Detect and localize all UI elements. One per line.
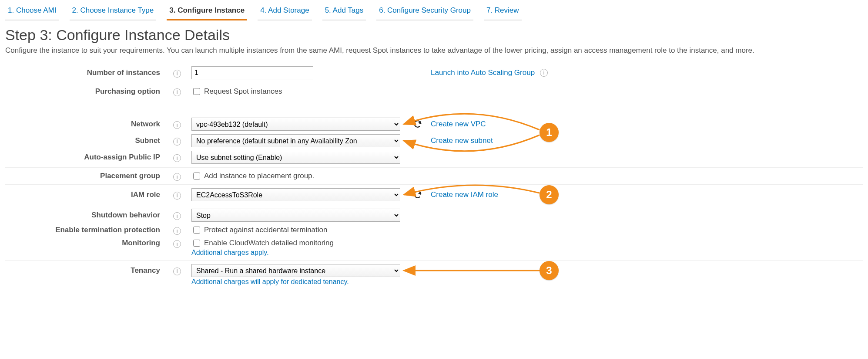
label-termination-protection: Enable termination protection xyxy=(5,226,162,234)
row-tenancy: Tenancy i Shared - Run a shared hardware… xyxy=(5,260,863,289)
label-purchasing-option: Purchasing option xyxy=(5,87,162,96)
wizard-step-4[interactable]: 4. Add Storage xyxy=(258,3,312,20)
label-subnet: Subnet xyxy=(5,136,162,145)
row-monitoring: Monitoring i Enable CloudWatch detailed … xyxy=(5,238,863,260)
number-of-instances-input[interactable] xyxy=(191,66,313,79)
annotation-badge-3: 3 xyxy=(540,261,559,280)
annotation-badge-2: 2 xyxy=(540,185,559,204)
info-icon[interactable]: i xyxy=(173,70,181,78)
info-icon[interactable]: i xyxy=(173,121,181,129)
create-subnet-link[interactable]: Create new subnet xyxy=(431,136,493,145)
network-select[interactable]: vpc-493eb132 (default) xyxy=(191,118,400,131)
wizard-step-6[interactable]: 6. Configure Security Group xyxy=(376,3,473,20)
wizard-step-7[interactable]: 7. Review xyxy=(484,3,522,20)
info-icon[interactable]: i xyxy=(173,240,181,248)
row-iam-role: IAM role i EC2AccessToS3Role Create new … xyxy=(5,184,863,205)
request-spot-label: Request Spot instances xyxy=(204,87,282,96)
label-monitoring: Monitoring xyxy=(5,239,162,247)
page-description: Configure the instance to suit your requ… xyxy=(5,46,863,55)
create-iam-role-link[interactable]: Create new IAM role xyxy=(431,190,498,199)
info-icon[interactable]: i xyxy=(173,268,181,275)
row-termination-protection: Enable termination protection i Protect … xyxy=(5,225,863,238)
info-icon[interactable]: i xyxy=(173,138,181,146)
annotation-badge-1: 1 xyxy=(540,123,559,142)
refresh-icon[interactable] xyxy=(413,190,422,200)
info-icon[interactable]: i xyxy=(173,173,181,181)
placement-group-checkbox[interactable] xyxy=(193,173,200,180)
wizard-steps: 1. Choose AMI 2. Choose Instance Type 3.… xyxy=(5,3,863,20)
monitoring-charges-link[interactable]: Additional charges apply. xyxy=(191,249,269,256)
info-icon[interactable]: i xyxy=(173,154,181,162)
tenancy-select[interactable]: Shared - Run a shared hardware instance xyxy=(191,264,400,277)
termination-protection-label: Protect against accidental termination xyxy=(204,226,328,234)
row-shutdown-behavior: Shutdown behavior i Stop xyxy=(5,205,863,225)
row-subnet: Subnet i No preference (default subnet i… xyxy=(5,134,863,151)
info-icon[interactable]: i xyxy=(173,88,181,96)
page-title: Step 3: Configure Instance Details xyxy=(5,27,863,44)
info-icon[interactable]: i xyxy=(173,212,181,220)
label-network: Network xyxy=(5,120,162,129)
shutdown-behavior-select[interactable]: Stop xyxy=(191,209,400,222)
configure-form: Number of instances i Launch into Auto S… xyxy=(5,63,863,289)
label-iam-role: IAM role xyxy=(5,190,162,199)
row-number-of-instances: Number of instances i Launch into Auto S… xyxy=(5,63,863,83)
info-icon[interactable]: i xyxy=(173,227,181,235)
subnet-select[interactable]: No preference (default subnet in any Ava… xyxy=(191,134,400,147)
label-tenancy: Tenancy xyxy=(5,266,162,275)
wizard-step-2[interactable]: 2. Choose Instance Type xyxy=(70,3,157,20)
info-icon[interactable]: i xyxy=(173,192,181,200)
info-icon[interactable]: i xyxy=(540,69,548,77)
row-public-ip: Auto-assign Public IP i Use subnet setti… xyxy=(5,151,863,167)
label-public-ip: Auto-assign Public IP xyxy=(5,153,162,162)
wizard-step-5[interactable]: 5. Add Tags xyxy=(322,3,366,20)
row-purchasing-option: Purchasing option i Request Spot instanc… xyxy=(5,83,863,100)
request-spot-checkbox[interactable] xyxy=(193,88,200,95)
label-shutdown-behavior: Shutdown behavior xyxy=(5,211,162,220)
launch-asg-link[interactable]: Launch into Auto Scaling Group xyxy=(431,68,535,77)
label-placement-group: Placement group xyxy=(5,172,162,180)
placement-group-label: Add instance to placement group. xyxy=(204,172,314,180)
public-ip-select[interactable]: Use subnet setting (Enable) xyxy=(191,151,400,164)
wizard-step-3[interactable]: 3. Configure Instance xyxy=(167,3,247,20)
monitoring-label: Enable CloudWatch detailed monitoring xyxy=(204,239,334,247)
termination-protection-checkbox[interactable] xyxy=(193,227,200,234)
wizard-step-1[interactable]: 1. Choose AMI xyxy=(5,3,59,20)
create-vpc-link[interactable]: Create new VPC xyxy=(431,120,486,129)
tenancy-charges-note: Additional charges will apply for dedica… xyxy=(191,278,349,285)
iam-role-select[interactable]: EC2AccessToS3Role xyxy=(191,188,400,201)
row-network: Network i vpc-493eb132 (default) Create … xyxy=(5,100,863,134)
monitoring-checkbox[interactable] xyxy=(193,240,200,247)
row-placement-group: Placement group i Add instance to placem… xyxy=(5,167,863,184)
refresh-icon[interactable] xyxy=(413,119,422,129)
label-number-of-instances: Number of instances xyxy=(5,68,162,77)
